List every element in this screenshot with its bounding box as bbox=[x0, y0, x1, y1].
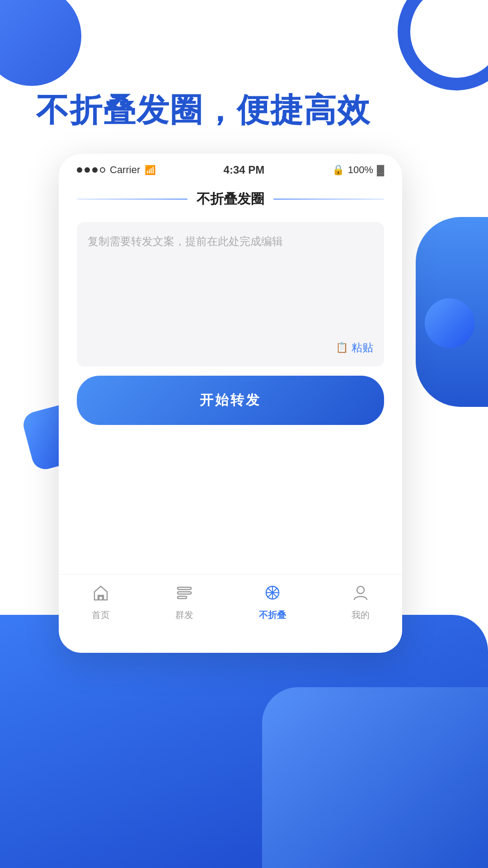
svg-rect-0 bbox=[99, 596, 103, 600]
tab-home-label: 首页 bbox=[92, 609, 110, 621]
bg-circle-mid-right bbox=[425, 298, 474, 348]
tab-home[interactable]: 首页 bbox=[92, 584, 110, 621]
paste-btn-row: 📋 粘贴 bbox=[88, 340, 373, 355]
status-left: Carrier 📶 bbox=[77, 164, 156, 176]
status-time: 4:34 PM bbox=[224, 164, 265, 176]
signal-dots bbox=[77, 167, 105, 173]
paste-icon: 📋 bbox=[336, 342, 348, 354]
group-icon bbox=[175, 584, 193, 605]
status-right: 🔒 100% ▓ bbox=[332, 164, 384, 176]
signal-dot-4 bbox=[100, 167, 105, 173]
carrier-label: Carrier bbox=[110, 164, 140, 176]
signal-dot-1 bbox=[77, 167, 82, 173]
battery-icon: ▓ bbox=[377, 164, 384, 176]
nav-line-left bbox=[77, 198, 188, 200]
svg-point-5 bbox=[357, 586, 364, 594]
tab-unfold[interactable]: 不折叠 bbox=[259, 584, 286, 621]
headline: 不折叠发圈，便捷高效 bbox=[36, 90, 452, 129]
signal-dot-3 bbox=[92, 167, 98, 173]
start-button[interactable]: 开始转发 bbox=[77, 376, 384, 425]
tab-unfold-label: 不折叠 bbox=[259, 609, 286, 621]
status-bar: Carrier 📶 4:34 PM 🔒 100% ▓ bbox=[59, 154, 402, 181]
svg-rect-2 bbox=[178, 592, 191, 594]
bg-blob-bottom-right bbox=[262, 687, 488, 868]
phone-inner-bottom bbox=[59, 439, 402, 574]
text-area-container[interactable]: 复制需要转发文案，提前在此处完成编辑 📋 粘贴 bbox=[77, 222, 384, 367]
bg-circle-top-right bbox=[398, 0, 488, 90]
mine-icon bbox=[352, 584, 370, 605]
svg-rect-3 bbox=[178, 596, 187, 599]
start-button-label: 开始转发 bbox=[200, 392, 261, 407]
nav-title-area: 不折叠发圈 bbox=[59, 181, 402, 213]
tab-group[interactable]: 群发 bbox=[175, 584, 193, 621]
unfold-icon bbox=[263, 584, 282, 605]
tab-mine-label: 我的 bbox=[352, 609, 370, 621]
phone-mockup: Carrier 📶 4:34 PM 🔒 100% ▓ 不折叠发圈 复制需要转发文… bbox=[59, 154, 402, 653]
battery-label: 100% bbox=[348, 164, 373, 176]
tab-bar: 首页 群发 不折叠 bbox=[59, 574, 402, 635]
signal-dot-2 bbox=[84, 167, 90, 173]
nav-line-right bbox=[273, 198, 384, 200]
nav-title: 不折叠发圈 bbox=[197, 190, 264, 208]
paste-button[interactable]: 粘贴 bbox=[352, 340, 373, 355]
home-icon bbox=[92, 584, 110, 605]
bg-circle-top-left bbox=[0, 0, 81, 86]
text-area-placeholder: 复制需要转发文案，提前在此处完成编辑 bbox=[88, 233, 373, 250]
svg-rect-1 bbox=[178, 587, 191, 590]
wifi-icon: 📶 bbox=[145, 165, 156, 175]
tab-mine[interactable]: 我的 bbox=[352, 584, 370, 621]
lock-icon: 🔒 bbox=[332, 164, 344, 176]
tab-group-label: 群发 bbox=[175, 609, 193, 621]
